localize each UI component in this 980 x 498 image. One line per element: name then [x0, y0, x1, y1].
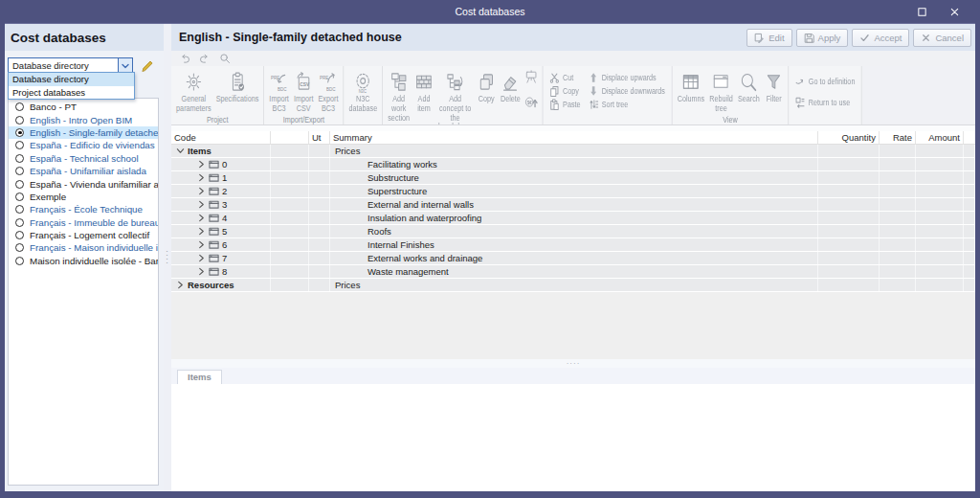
chevron-right-icon[interactable] [197, 227, 206, 236]
table-row-1[interactable]: 1Substructure [171, 171, 975, 184]
column-header-quantity[interactable]: Quantity [818, 131, 880, 144]
database-item-espa-a-vivienda-unifamiliar-aisla[interactable]: España - Vivienda unifamiliar aisla... [9, 177, 158, 190]
radio-icon[interactable] [15, 180, 24, 189]
radio-icon[interactable] [15, 205, 24, 214]
radio-icon[interactable] [15, 257, 24, 265]
accept-button[interactable]: Accept [852, 29, 909, 47]
apply-button[interactable]: Apply [796, 29, 849, 47]
chevron-right-icon[interactable] [197, 240, 206, 249]
combobox-dropdown-button[interactable] [118, 58, 132, 73]
toolbar-button-n3c-database[interactable]: N3CN3C database [346, 68, 380, 115]
edit-directory-button[interactable] [140, 58, 155, 74]
vertical-splitter[interactable]: ···· [164, 24, 171, 491]
column-header-summary[interactable]: Summary [330, 131, 818, 144]
radio-icon[interactable] [15, 243, 24, 252]
toolbar-button-import-csv[interactable]: CSVImport CSV [291, 68, 316, 115]
database-item-maison-individuelle-isol-e-banque[interactable]: Maison individuelle isolée - Banque [9, 255, 158, 267]
close-button[interactable] [938, 0, 970, 23]
chevron-right-icon[interactable] [197, 200, 206, 209]
chevron-right-icon[interactable] [197, 214, 206, 222]
chevron-down-icon[interactable] [176, 147, 185, 155]
database-item-fran-ais-maison-individuelle-isol-e[interactable]: Français - Maison individuelle isolée [9, 241, 158, 254]
database-item-exemple[interactable]: Exemple [9, 191, 158, 203]
radio-icon[interactable] [15, 102, 24, 111]
database-item-espa-a-unifamiliar-aislada[interactable]: España - Unifamiliar aislada [9, 165, 158, 177]
toolbar-button-add-concept-to-the-breakdown[interactable]: Add concept to the breakdown [435, 68, 474, 125]
table-row-5[interactable]: 5Roofs [171, 225, 975, 238]
table-row-6[interactable]: 6Internal Finishes [171, 238, 975, 251]
cancel-button[interactable]: Cancel [913, 29, 971, 47]
row-ut [309, 158, 330, 170]
toolbar-button-add-work-section[interactable]: Add work section [386, 68, 412, 124]
database-item-fran-ais-cole-technique[interactable]: Français - École Technique [9, 203, 158, 215]
toolbar-button-money-up[interactable]: $€ [524, 93, 538, 113]
column-header-code[interactable]: Code [171, 131, 271, 144]
table-row-3[interactable]: 3External and internal walls [171, 198, 975, 211]
chevron-right-icon[interactable] [197, 173, 206, 182]
table-row-4[interactable]: 4Insulation and waterproofing [171, 212, 975, 224]
toolbar-button-cut[interactable]: Cut [549, 71, 580, 83]
radio-icon[interactable] [15, 128, 24, 137]
toolbar-button-copy[interactable]: Copy [475, 68, 499, 105]
chevron-right-icon[interactable] [197, 267, 206, 276]
database-item-espa-a-technical-school[interactable]: España - Technical school [9, 152, 158, 165]
table-row-resources[interactable]: ResourcesPrices [171, 279, 975, 291]
toolbar-button-sort-tree[interactable]: Sort tree [589, 98, 665, 110]
column-header-rate[interactable]: Rate [880, 131, 916, 144]
row-rate [880, 212, 916, 224]
toolbar-button-search[interactable]: Search [735, 68, 762, 105]
database-item-fran-ais-logement-collectif[interactable]: Français - Logement collectif [9, 229, 158, 241]
toolbar-button-specifications[interactable]: Specifications [213, 68, 261, 105]
chevron-right-icon[interactable] [197, 187, 206, 195]
table-row-0[interactable]: 0Facilitating works [171, 158, 975, 170]
chevron-right-icon[interactable] [197, 254, 206, 262]
toolbar-button-columns[interactable]: Columns [675, 68, 707, 105]
toolbar-button-copy[interactable]: Copy [549, 84, 580, 97]
radio-icon[interactable] [15, 141, 24, 149]
column-header-ut[interactable]: Ut [309, 131, 330, 144]
database-item-banco-pt[interactable]: Banco - PT [9, 101, 158, 113]
toolbar-button-go-to-definition[interactable]: Go to definition [795, 75, 855, 87]
undo-button[interactable] [179, 53, 190, 64]
toolbar-button-import-bc3[interactable]: PREBDCImport BC3 [267, 68, 292, 115]
database-item-english-single-family-detached-h[interactable]: English - Single-family detached h... [9, 126, 158, 139]
radio-icon[interactable] [15, 116, 24, 124]
toolbar-button-return-to-use[interactable]: Return to use [795, 96, 855, 108]
toolbar-button-board[interactable] [524, 69, 538, 89]
toolbar-button-displace-upwards[interactable]: Displace upwards [589, 71, 665, 83]
toolbar-button-export-bc3[interactable]: PREBDCExport BC3 [316, 68, 341, 115]
toolbar-button-general-parameters[interactable]: General parameters [174, 68, 214, 115]
dropdown-option-database-directory[interactable]: Database directory [9, 73, 134, 86]
table-row-items[interactable]: ItemsPrices [171, 145, 975, 157]
toolbar-button-add-item[interactable]: Add item [412, 68, 436, 115]
chevron-right-icon[interactable] [197, 160, 206, 169]
zoom-button[interactable] [219, 53, 231, 64]
radio-icon[interactable] [15, 231, 24, 239]
radio-icon[interactable] [15, 192, 24, 201]
database-item-english-intro-open-bim[interactable]: English - Intro Open BIM [9, 113, 158, 125]
maximize-button[interactable] [905, 0, 938, 23]
chevron-right-icon[interactable] [176, 281, 185, 289]
radio-icon[interactable] [15, 154, 24, 163]
toolbar-button-paste[interactable]: Paste [549, 98, 580, 110]
column-header-blank[interactable] [271, 131, 309, 144]
row-amount [916, 212, 964, 224]
database-item-espa-a-edificio-de-viviendas[interactable]: España - Edificio de viviendas [9, 139, 158, 151]
radio-icon[interactable] [15, 167, 24, 175]
database-item-fran-ais-immeuble-de-bureaux[interactable]: Français - Immeuble de bureaux [9, 216, 158, 229]
toolbar-button-filter[interactable]: Filter [762, 68, 786, 105]
toolbar-button-displace-downwards[interactable]: Displace downwards [589, 84, 665, 97]
tab-items[interactable]: Items [177, 370, 222, 384]
horizontal-splitter[interactable]: ···· [171, 359, 975, 368]
redo-button[interactable] [199, 53, 211, 64]
column-header-amount[interactable]: Amount [916, 131, 964, 144]
table-row-7[interactable]: 7External works and drainage [171, 252, 975, 264]
radio-icon[interactable] [15, 218, 24, 227]
toolbar-button-delete[interactable]: Delete [498, 68, 523, 105]
toolbar-button-rebuild-tree[interactable]: Rebuild tree [707, 68, 736, 115]
row-amount [916, 185, 964, 197]
edit-button[interactable]: Edit [746, 29, 791, 47]
table-row-2[interactable]: 2Superstructure [171, 185, 975, 197]
table-row-8[interactable]: 8Waste management [171, 265, 975, 278]
dropdown-option-project-databases[interactable]: Project databases [9, 86, 134, 100]
